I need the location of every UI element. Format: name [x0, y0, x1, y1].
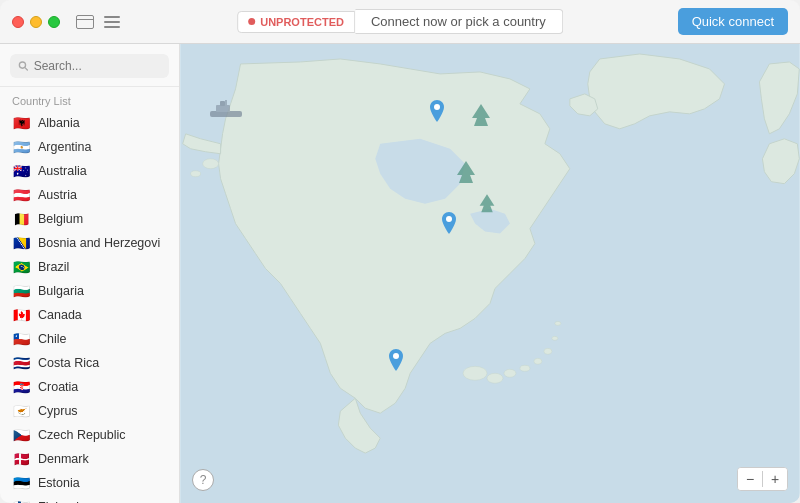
country-name: Costa Rica	[38, 356, 99, 370]
flag-icon: 🇦🇹	[12, 189, 30, 202]
flag-icon: 🇦🇷	[12, 141, 30, 154]
list-item[interactable]: 🇦🇱Albania	[0, 111, 179, 135]
country-name: Bosnia and Herzegovi	[38, 236, 160, 250]
help-button[interactable]: ?	[192, 469, 214, 491]
list-item[interactable]: 🇧🇪Belgium	[0, 207, 179, 231]
map-pin-canada[interactable]	[428, 100, 446, 122]
svg-line-1	[25, 68, 27, 70]
tree-icon-1	[470, 102, 492, 136]
country-list-header: Country List	[0, 87, 179, 111]
zoom-minus-button[interactable]: −	[738, 468, 762, 490]
country-name: Belgium	[38, 212, 83, 226]
flag-icon: 🇧🇦	[12, 237, 30, 250]
list-item[interactable]: 🇪🇪Estonia	[0, 471, 179, 495]
country-name: Denmark	[38, 452, 89, 466]
title-text: Connect now or pick a country	[355, 9, 563, 34]
svg-point-3	[203, 159, 219, 169]
list-item[interactable]: 🇨🇿Czech Republic	[0, 423, 179, 447]
svg-rect-17	[216, 105, 230, 112]
svg-point-10	[544, 348, 552, 354]
country-name: Cyprus	[38, 404, 78, 418]
zoom-plus-button[interactable]: +	[763, 468, 787, 490]
title-bar-center: UNPROTECTED Connect now or pick a countr…	[237, 9, 563, 34]
minimize-button[interactable]	[30, 16, 42, 28]
flag-icon: 🇨🇱	[12, 333, 30, 346]
country-name: Estonia	[38, 476, 80, 490]
flag-icon: 🇪🇪	[12, 477, 30, 490]
list-item[interactable]: 🇨🇾Cyprus	[0, 399, 179, 423]
list-item[interactable]: 🇧🇦Bosnia and Herzegovi	[0, 231, 179, 255]
svg-point-8	[520, 365, 530, 371]
list-item[interactable]: 🇫🇮Finland	[0, 495, 179, 503]
search-container	[0, 44, 179, 87]
map-bottom-controls: ?	[192, 469, 214, 491]
svg-marker-15	[480, 194, 495, 212]
list-item[interactable]: 🇨🇷Costa Rica	[0, 351, 179, 375]
country-list: 🇦🇱Albania🇦🇷Argentina🇦🇺Australia🇦🇹Austria…	[0, 111, 179, 503]
svg-point-9	[534, 358, 542, 364]
svg-point-21	[446, 216, 452, 222]
list-item[interactable]: 🇦🇺Australia	[0, 159, 179, 183]
svg-point-7	[504, 369, 516, 377]
list-item[interactable]: 🇨🇦Canada	[0, 303, 179, 327]
list-item[interactable]: 🇦🇷Argentina	[0, 135, 179, 159]
map-pin-usa[interactable]	[440, 212, 458, 234]
flag-icon: 🇨🇷	[12, 357, 30, 370]
country-name: Chile	[38, 332, 67, 346]
svg-point-12	[555, 321, 561, 325]
svg-point-5	[463, 366, 487, 380]
flag-icon: 🇧🇪	[12, 213, 30, 226]
search-wrapper	[10, 54, 169, 78]
flag-icon: 🇨🇾	[12, 405, 30, 418]
sidebar: Country List 🇦🇱Albania🇦🇷Argentina🇦🇺Austr…	[0, 44, 180, 503]
flag-icon: 🇦🇺	[12, 165, 30, 178]
list-item[interactable]: 🇭🇷Croatia	[0, 375, 179, 399]
country-name: Croatia	[38, 380, 78, 394]
map-pin-mexico[interactable]	[387, 349, 405, 371]
tree-icon-2	[455, 159, 477, 193]
quick-connect-button[interactable]: Quick connect	[678, 8, 788, 35]
status-badge: UNPROTECTED	[237, 11, 355, 33]
svg-point-11	[552, 336, 558, 340]
flag-icon: 🇨🇿	[12, 429, 30, 442]
list-item[interactable]: 🇩🇰Denmark	[0, 447, 179, 471]
flag-icon: 🇧🇷	[12, 261, 30, 274]
svg-rect-18	[220, 101, 225, 106]
menu-icon[interactable]	[104, 16, 120, 28]
svg-point-20	[434, 104, 440, 110]
list-item[interactable]: 🇨🇱Chile	[0, 327, 179, 351]
svg-marker-13	[472, 104, 490, 126]
ship-icon	[208, 99, 244, 126]
flag-icon: 🇧🇬	[12, 285, 30, 298]
maximize-button[interactable]	[48, 16, 60, 28]
country-name: Canada	[38, 308, 82, 322]
svg-point-4	[191, 171, 201, 177]
status-label: UNPROTECTED	[260, 16, 344, 28]
tree-icon-3	[478, 192, 496, 222]
country-name: Austria	[38, 188, 77, 202]
flag-icon: 🇩🇰	[12, 453, 30, 466]
flag-icon: 🇨🇦	[12, 309, 30, 322]
traffic-lights	[12, 16, 60, 28]
svg-point-22	[393, 353, 399, 359]
search-icon	[18, 60, 29, 72]
tab-icon[interactable]	[76, 15, 94, 29]
svg-point-6	[487, 373, 503, 383]
country-name: Argentina	[38, 140, 92, 154]
country-name: Czech Republic	[38, 428, 126, 442]
flag-icon: 🇦🇱	[12, 117, 30, 130]
list-item[interactable]: 🇧🇷Brazil	[0, 255, 179, 279]
list-item[interactable]: 🇧🇬Bulgaria	[0, 279, 179, 303]
status-dot	[248, 18, 255, 25]
close-button[interactable]	[12, 16, 24, 28]
country-name: Australia	[38, 164, 87, 178]
flag-icon: 🇭🇷	[12, 381, 30, 394]
title-bar: UNPROTECTED Connect now or pick a countr…	[0, 0, 800, 44]
svg-marker-14	[457, 161, 475, 183]
main-content: Country List 🇦🇱Albania🇦🇷Argentina🇦🇺Austr…	[0, 44, 800, 503]
map-area: ? − +	[180, 44, 800, 503]
country-name: Bulgaria	[38, 284, 84, 298]
list-item[interactable]: 🇦🇹Austria	[0, 183, 179, 207]
country-name: Brazil	[38, 260, 69, 274]
search-input[interactable]	[34, 59, 161, 73]
